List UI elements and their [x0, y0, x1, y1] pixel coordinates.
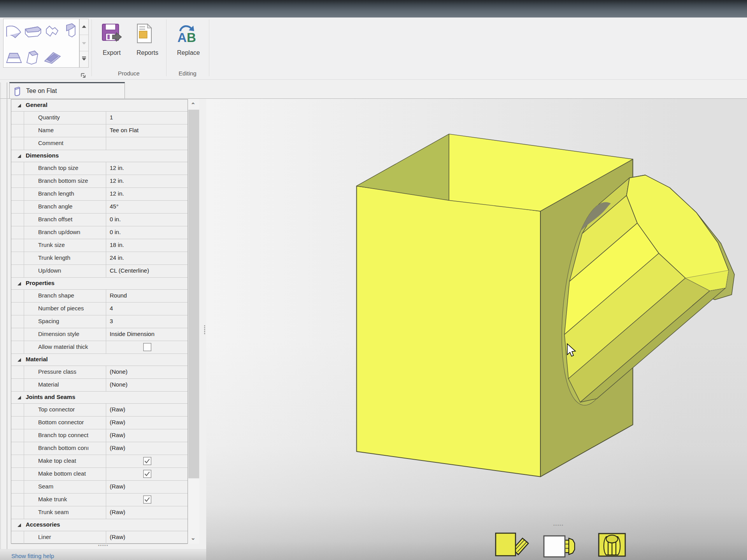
svg-text:B: B: [187, 30, 196, 44]
svg-text:A: A: [177, 30, 187, 44]
